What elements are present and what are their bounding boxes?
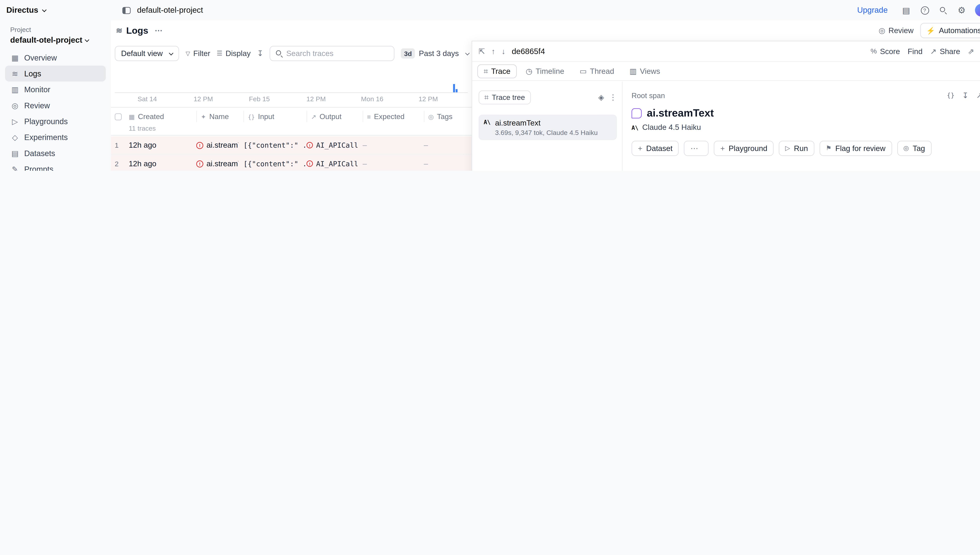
select-all-checkbox[interactable] <box>115 113 122 120</box>
span-name: ai.streamText <box>495 119 598 127</box>
Datasets[interactable]: Datasets <box>5 145 106 161</box>
view-selector[interactable]: Default view <box>115 46 179 61</box>
flag-for-review-button[interactable]: Flag for review <box>819 141 892 156</box>
sidebar-toggle-icon[interactable] <box>122 6 130 14</box>
search-traces-box <box>270 46 394 61</box>
json-view-icon[interactable] <box>947 91 954 99</box>
filter-button[interactable]: Filter <box>186 49 210 58</box>
column-header-name[interactable]: Name <box>196 111 243 122</box>
error-icon <box>196 142 203 149</box>
sidebar-item-label: Datasets <box>24 149 55 158</box>
review-button[interactable]: Review <box>879 26 914 35</box>
sidebar-item-label: Logs <box>24 69 41 78</box>
sidebar-item-label: Monitor <box>24 85 50 94</box>
chart-bar <box>456 89 458 92</box>
plus-icon <box>638 144 642 152</box>
tag-button[interactable]: Tag <box>897 141 932 156</box>
percent-icon <box>871 48 877 55</box>
trace-icon <box>484 67 488 75</box>
next-trace-button[interactable] <box>502 47 505 55</box>
Logs[interactable]: Logs <box>5 66 106 82</box>
more-options-button[interactable] <box>684 141 709 156</box>
cell-output: AI_APICall... <box>307 141 363 149</box>
diamond-icon[interactable] <box>598 94 604 101</box>
cell-tags: – <box>424 159 471 168</box>
display-button[interactable]: Display <box>217 49 251 58</box>
sidebar: Project default-otel-project Overview Lo… <box>0 20 111 171</box>
trace-volume-chart[interactable] <box>115 64 468 93</box>
add-to-dataset-button[interactable]: Dataset <box>631 141 679 156</box>
download-icon[interactable] <box>962 91 969 99</box>
table-row[interactable]: 2 12h ago ai.streamT... [{"content":" ..… <box>111 155 471 171</box>
logs-title-icon <box>116 27 122 34</box>
Playgrounds[interactable]: Playgrounds <box>5 113 106 129</box>
column-header-expected[interactable]: Expected <box>363 111 424 122</box>
download-icon[interactable] <box>257 50 264 58</box>
docs-icon[interactable] <box>902 5 910 16</box>
datasets-icon <box>10 149 20 158</box>
avatar[interactable] <box>975 4 980 17</box>
search-traces-input[interactable] <box>286 49 389 58</box>
cell-input: [{"content":" ... <box>243 141 307 149</box>
Overview[interactable]: Overview <box>5 50 106 66</box>
cell-name: ai.streamT... <box>196 159 243 168</box>
sidebar-item-label: Review <box>24 101 50 110</box>
tree-icon <box>484 94 489 101</box>
column-header-input[interactable]: Input <box>243 111 307 122</box>
column-header-output[interactable]: Output <box>307 111 363 122</box>
open-in-new-icon[interactable] <box>968 47 974 55</box>
org-switcher[interactable]: Directus <box>6 6 46 15</box>
review-icon <box>879 27 885 34</box>
add-to-playground-button[interactable]: Playground <box>714 141 774 156</box>
panel-header: de6865f4 Score Find Share <box>472 41 980 62</box>
Review[interactable]: Review <box>5 97 106 113</box>
trace-tree-button[interactable]: Trace tree <box>479 90 531 104</box>
kebab-menu-icon[interactable] <box>609 94 617 101</box>
Views[interactable]: Views <box>623 64 666 78</box>
automations-button[interactable]: Automations <box>920 23 980 38</box>
chevron-down-icon <box>465 51 470 55</box>
previous-trace-button[interactable] <box>491 47 495 55</box>
trace-detail-panel: de6865f4 Score Find Share Trace Timeline <box>471 41 980 171</box>
share-icon[interactable] <box>976 91 980 99</box>
trace-tree-item[interactable]: A\ ai.streamText 3.69s, 9,347 tok, Claud… <box>479 115 617 140</box>
equals-icon <box>367 113 371 120</box>
table-row[interactable]: 1 12h ago ai.streamT... [{"content":" ..… <box>111 136 471 155</box>
Trace[interactable]: Trace <box>477 64 517 78</box>
flag-icon <box>826 145 832 152</box>
filter-icon <box>186 51 190 56</box>
Prompts[interactable]: Prompts <box>5 161 106 171</box>
span-title: ai.streamText <box>647 107 714 119</box>
braces-icon <box>248 113 255 120</box>
score-button[interactable]: Score <box>871 47 900 56</box>
column-header-created[interactable]: Created <box>129 111 196 122</box>
Timeline[interactable]: Timeline <box>520 64 571 78</box>
span-detail-pane: Root span ai.streamText A\ Claude 4.5 Ha… <box>623 82 980 171</box>
play-icon <box>785 145 790 152</box>
project-select-label: default-otel-project <box>10 36 82 45</box>
axis-tick-label: 12 PM <box>306 95 326 103</box>
search-icon[interactable] <box>939 6 947 14</box>
find-button[interactable]: Find <box>908 47 922 56</box>
review-icon <box>10 101 20 110</box>
Experiments[interactable]: Experiments <box>5 129 106 145</box>
axis-tick-label: 12 PM <box>418 95 438 103</box>
expand-icon[interactable] <box>479 47 485 55</box>
error-icon <box>307 161 313 167</box>
help-icon[interactable] <box>920 6 929 14</box>
Monitor[interactable]: Monitor <box>5 82 106 97</box>
project-select[interactable]: default-otel-project <box>0 34 111 50</box>
more-options-icon[interactable] <box>154 27 163 34</box>
arrow-up-right-icon <box>311 113 316 120</box>
monitor-icon <box>10 85 20 94</box>
cell-name: ai.streamT... <box>196 141 243 150</box>
settings-icon[interactable] <box>957 5 966 16</box>
Thread[interactable]: Thread <box>573 64 621 78</box>
time-range-selector[interactable]: 3d Past 3 days <box>401 48 469 59</box>
upgrade-link[interactable]: Upgrade <box>857 6 888 15</box>
cell-created: 12h ago <box>129 159 196 168</box>
run-button[interactable]: Run <box>779 141 814 156</box>
search-icon <box>275 50 282 58</box>
column-header-tags[interactable]: Tags <box>424 111 471 122</box>
share-button[interactable]: Share <box>930 47 960 56</box>
